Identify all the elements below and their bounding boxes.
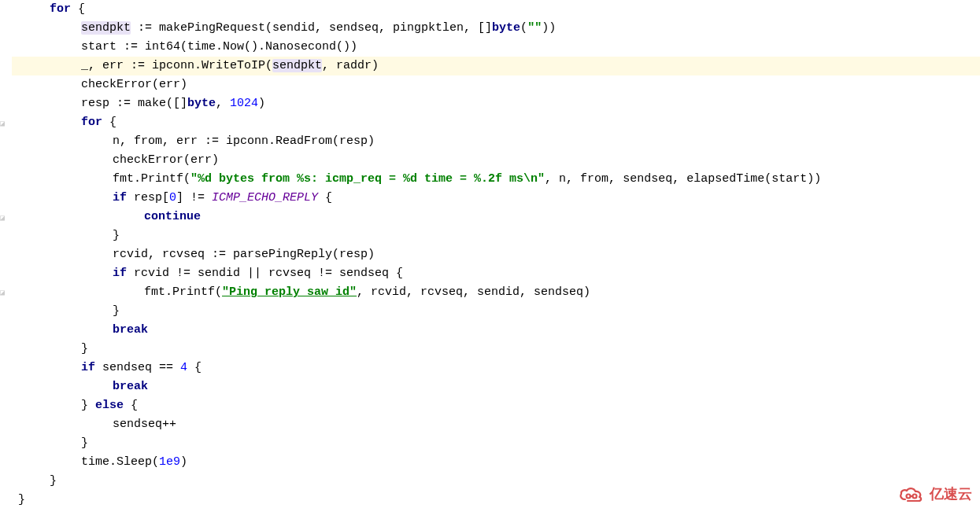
code-text: ] != — [176, 191, 212, 204]
code-text: checkError(err) — [81, 78, 187, 91]
brace: } — [18, 493, 25, 506]
code-line[interactable]: } — [12, 226, 980, 245]
code-line[interactable]: } — [12, 340, 980, 359]
code-editor[interactable]: ◪ ◪ ◪ for { sendpkt := makePingRequest(s… — [0, 0, 980, 508]
string-literal: "%d bytes from %s: icmp_req = %d time = … — [190, 172, 545, 186]
code-line[interactable]: checkError(err) — [12, 75, 980, 94]
paren: )) — [542, 21, 556, 35]
keyword-for: for — [50, 2, 71, 16]
keyword-if: if — [113, 191, 127, 204]
code-line[interactable]: break — [12, 321, 980, 340]
code-text: n, from, err := ipconn.ReadFrom(resp) — [113, 134, 375, 148]
code-line[interactable]: rcvid, rcvseq := parsePingReply(resp) — [12, 245, 980, 264]
code-line[interactable]: } — [12, 302, 980, 321]
code-line[interactable]: if sendseq == 4 { — [12, 359, 980, 377]
code-text: , rcvid, rcvseq, sendid, sendseq) — [357, 285, 590, 299]
keyword-continue: continue — [144, 210, 201, 223]
constant: ICMP_ECHO_REPLY — [212, 191, 318, 204]
code-line[interactable]: } — [12, 491, 980, 508]
code-line[interactable]: for { — [12, 113, 980, 132]
number-literal: 1e9 — [159, 455, 180, 469]
brace: } — [81, 436, 88, 450]
code-line[interactable]: time.Sleep(1e9) — [12, 453, 980, 472]
brace: } — [113, 304, 120, 318]
code-text: fmt.Printf( — [144, 285, 222, 299]
code-line[interactable]: sendseq++ — [12, 415, 980, 434]
code-line[interactable]: } — [12, 472, 980, 491]
code-line[interactable]: for { — [12, 0, 980, 19]
code-line[interactable]: if resp[0] != ICMP_ECHO_REPLY { — [12, 189, 980, 208]
paren: ( — [520, 21, 527, 35]
code-line[interactable]: resp := make([]byte, 1024) — [12, 94, 980, 113]
watermark: 亿速云 — [898, 483, 972, 506]
code-text: sendseq++ — [113, 418, 176, 431]
svg-point-1 — [913, 494, 917, 498]
code-text: fmt.Printf( — [113, 172, 190, 186]
brace: { — [187, 361, 202, 374]
code-line[interactable]: sendpkt := makePingRequest(sendid, sends… — [12, 19, 980, 38]
gutter-marker-icon: ◪ — [0, 118, 8, 126]
keyword-break: break — [113, 323, 148, 337]
paren: ) — [258, 97, 265, 110]
code-text: , raddr) — [322, 59, 379, 72]
gutter: ◪ ◪ ◪ — [0, 0, 9, 508]
gutter-marker-icon: ◪ — [0, 287, 8, 295]
code-line[interactable]: fmt.Printf("%d bytes from %s: icmp_req =… — [12, 170, 980, 189]
var-sendpkt: sendpkt — [272, 59, 322, 72]
code-line[interactable]: continue — [12, 208, 980, 226]
code-line[interactable]: start := int64(time.Now().Nanosecond()) — [12, 38, 980, 57]
string-literal: "Ping reply saw id" — [222, 285, 357, 299]
number-literal: 1024 — [230, 97, 258, 110]
code-text: resp[ — [127, 191, 169, 204]
code-line[interactable]: n, from, err := ipconn.ReadFrom(resp) — [12, 132, 980, 151]
brace: { — [318, 191, 332, 204]
code-text: _, err := ipconn.WriteToIP( — [81, 59, 272, 72]
code-text: rcvid, rcvseq := parsePingReply(resp) — [113, 248, 375, 261]
number-literal: 0 — [169, 191, 176, 204]
gutter-marker-icon: ◪ — [0, 212, 8, 220]
code-line[interactable]: fmt.Printf("Ping reply saw id", rcvid, r… — [12, 283, 980, 302]
keyword-if: if — [81, 361, 95, 374]
keyword-break: break — [113, 380, 148, 393]
code-text: := makePingRequest(sendid, sendseq, ping… — [131, 21, 492, 35]
var-sendpkt: sendpkt — [81, 21, 131, 35]
code-line[interactable]: checkError(err) — [12, 151, 980, 170]
brace: { — [102, 116, 116, 129]
watermark-text: 亿速云 — [930, 483, 972, 506]
code-text: , — [216, 97, 230, 110]
code-line-highlighted[interactable]: _, err := ipconn.WriteToIP(sendpkt, radd… — [12, 57, 980, 75]
code-text: sendseq == — [95, 361, 180, 374]
brace: } — [81, 399, 95, 412]
brace: } — [50, 474, 57, 488]
paren: ) — [180, 455, 187, 469]
brace: } — [113, 229, 120, 242]
keyword-if: if — [113, 267, 127, 280]
code-text: start := int64(time.Now().Nanosecond()) — [81, 40, 357, 53]
keyword-byte: byte — [187, 97, 216, 110]
keyword-for: for — [81, 116, 102, 129]
number-literal: 4 — [180, 361, 187, 374]
code-line[interactable]: } — [12, 434, 980, 453]
svg-point-0 — [907, 494, 911, 498]
code-text: resp := make([] — [81, 97, 187, 110]
cloud-icon — [898, 485, 926, 504]
code-text: , n, from, sendseq, elapsedTime(start)) — [545, 172, 821, 186]
code-line[interactable]: if rcvid != sendid || rcvseq != sendseq … — [12, 264, 980, 283]
brace: } — [81, 342, 88, 355]
code-text: checkError(err) — [113, 153, 219, 167]
keyword-else: else — [95, 399, 124, 412]
code-line[interactable]: } else { — [12, 396, 980, 415]
code-text: rcvid != sendid || rcvseq != sendseq { — [127, 267, 403, 280]
code-line[interactable]: break — [12, 377, 980, 396]
keyword-byte: byte — [492, 21, 520, 35]
brace: { — [71, 2, 85, 16]
string-literal: "" — [527, 21, 542, 35]
code-text: time.Sleep( — [81, 455, 159, 469]
brace: { — [124, 399, 138, 412]
